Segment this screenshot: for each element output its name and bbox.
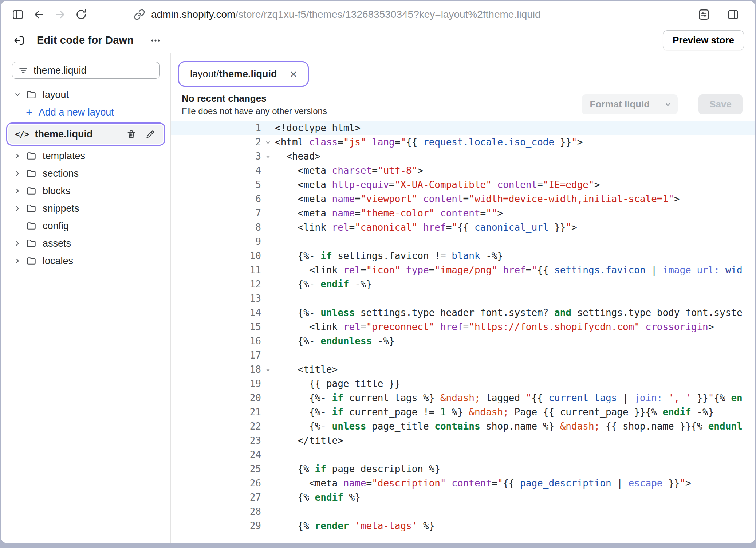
more-actions-icon[interactable] — [148, 35, 163, 46]
code-line[interactable]: 18 <title> — [171, 363, 755, 377]
code-line[interactable]: 23 </title> — [171, 434, 755, 448]
line-number[interactable]: 23 — [171, 434, 261, 448]
line-number[interactable]: 16 — [171, 334, 261, 348]
fold-toggle-icon[interactable] — [261, 363, 275, 377]
code-line[interactable]: 28 — [171, 505, 755, 519]
code-line[interactable]: 7 <meta name="theme-color" content=""> — [171, 206, 755, 220]
exit-icon[interactable] — [12, 33, 27, 48]
line-number[interactable]: 3 — [171, 149, 261, 164]
line-number[interactable]: 10 — [171, 249, 261, 263]
code-line[interactable]: 29 {% render 'meta-tags' %} — [171, 519, 755, 531]
status-title: No recent changes — [182, 93, 327, 104]
code-line[interactable]: 2<html class="js" lang="{{ request.local… — [171, 135, 755, 149]
reload-icon[interactable] — [73, 7, 89, 23]
chevron-right-icon — [13, 169, 26, 177]
code-line[interactable]: 10 {%- if settings.favicon != blank -%} — [171, 249, 755, 263]
back-icon[interactable] — [31, 7, 47, 23]
line-number[interactable]: 19 — [171, 377, 261, 391]
code-line[interactable]: 17 — [171, 348, 755, 363]
browser-actions — [696, 7, 746, 23]
sidebar-action-add-a-new-layout[interactable]: +Add a new layout — [1, 103, 170, 121]
code-line[interactable]: 26 <meta name="description" content="{{ … — [171, 476, 755, 490]
sidebar-item-blocks[interactable]: blocks — [1, 182, 170, 200]
sidebar-item-assets[interactable]: assets — [1, 235, 170, 252]
sidebar-toggle-icon[interactable] — [10, 7, 26, 23]
line-number[interactable]: 7 — [171, 206, 261, 220]
fold-toggle-icon[interactable] — [261, 135, 275, 149]
line-number[interactable]: 12 — [171, 277, 261, 291]
line-number[interactable]: 1 — [171, 121, 261, 135]
site-controls-icon[interactable] — [696, 7, 712, 23]
sidebar-item-sections[interactable]: sections — [1, 165, 170, 182]
tab-close-icon[interactable]: × — [290, 68, 297, 80]
sidebar-item-config[interactable]: config — [1, 217, 170, 235]
sidebar-item-locales[interactable]: locales — [1, 252, 170, 270]
tab-theme-liquid[interactable]: layout/theme.liquid × — [181, 64, 306, 83]
code-line[interactable]: 20 {%- if current_tags %} &ndash; tagged… — [171, 391, 755, 405]
code-line[interactable]: 9 — [171, 235, 755, 249]
address-bar[interactable]: admin.shopify.com/store/rzq1xu-f5/themes… — [134, 9, 541, 20]
line-number[interactable]: 25 — [171, 462, 261, 476]
fold-toggle-icon[interactable] — [261, 149, 275, 164]
code-text: <link rel="canonical" href="{{ canonical… — [275, 220, 755, 235]
code-line[interactable]: 15 <link rel="preconnect" href="https://… — [171, 320, 755, 334]
forward-icon[interactable] — [52, 7, 68, 23]
line-number[interactable]: 15 — [171, 320, 261, 334]
code-line[interactable]: 21 {%- if current_page != 1 %} &ndash; P… — [171, 405, 755, 419]
split-view-icon[interactable] — [725, 7, 741, 23]
code-line[interactable]: 11 <link rel="icon" type="image/png" hre… — [171, 263, 755, 277]
save-button[interactable]: Save — [698, 94, 743, 114]
code-line[interactable]: 25 {% if page_description %} — [171, 462, 755, 476]
code-line[interactable]: 27 {% endif %} — [171, 490, 755, 505]
line-number[interactable]: 26 — [171, 476, 261, 490]
code-line[interactable]: 1<!doctype html> — [171, 121, 755, 135]
fold-gutter — [261, 377, 275, 391]
code-line[interactable]: 12 {%- endif -%} — [171, 277, 755, 291]
line-number[interactable]: 29 — [171, 519, 261, 531]
code-line[interactable]: 24 — [171, 448, 755, 462]
line-number[interactable]: 14 — [171, 306, 261, 320]
line-number[interactable]: 13 — [171, 291, 261, 306]
format-dropdown-icon[interactable] — [658, 94, 678, 114]
code-line[interactable]: 14 {%- unless settings.type_header_font.… — [171, 306, 755, 320]
line-number[interactable]: 21 — [171, 405, 261, 419]
line-number[interactable]: 18 — [171, 363, 261, 377]
code-editor[interactable]: 1<!doctype html>2<html class="js" lang="… — [171, 118, 755, 531]
sidebar-item-theme-liquid[interactable]: </>theme.liquid — [8, 125, 163, 144]
line-number[interactable]: 8 — [171, 220, 261, 235]
code-line[interactable]: 6 <meta name="viewport" content="width=d… — [171, 192, 755, 206]
code-line[interactable]: 19 {{ page_title }} — [171, 377, 755, 391]
code-text: <head> — [275, 149, 755, 164]
delete-icon[interactable] — [125, 128, 138, 141]
file-search-input[interactable] — [34, 65, 153, 76]
url-path: /store/rzq1xu-f5/themes/132683530345?key… — [235, 9, 540, 20]
line-number[interactable]: 4 — [171, 164, 261, 178]
code-line[interactable]: 16 {%- endunless -%} — [171, 334, 755, 348]
code-text: {%- unless settings.type_header_font.sys… — [275, 306, 755, 320]
line-number[interactable]: 9 — [171, 235, 261, 249]
code-line[interactable]: 13 — [171, 291, 755, 306]
file-search-box[interactable] — [12, 62, 160, 79]
sidebar-item-templates[interactable]: templates — [1, 147, 170, 165]
line-number[interactable]: 5 — [171, 178, 261, 192]
line-number[interactable]: 22 — [171, 419, 261, 434]
line-number[interactable]: 20 — [171, 391, 261, 405]
sidebar-item-layout[interactable]: layout — [1, 86, 170, 103]
sidebar-item-snippets[interactable]: snippets — [1, 200, 170, 217]
preview-store-button[interactable]: Preview store — [663, 30, 744, 50]
code-line[interactable]: 8 <link rel="canonical" href="{{ canonic… — [171, 220, 755, 235]
line-number[interactable]: 28 — [171, 505, 261, 519]
line-number[interactable]: 24 — [171, 448, 261, 462]
code-line[interactable]: 5 <meta http-equiv="X-UA-Compatible" con… — [171, 178, 755, 192]
format-liquid-button[interactable]: Format liquid — [582, 94, 678, 114]
fold-gutter — [261, 334, 275, 348]
line-number[interactable]: 27 — [171, 490, 261, 505]
code-line[interactable]: 4 <meta charset="utf-8"> — [171, 164, 755, 178]
line-number[interactable]: 11 — [171, 263, 261, 277]
line-number[interactable]: 17 — [171, 348, 261, 363]
code-line[interactable]: 22 {%- unless page_title contains shop.n… — [171, 419, 755, 434]
line-number[interactable]: 2 — [171, 135, 261, 149]
line-number[interactable]: 6 — [171, 192, 261, 206]
edit-icon[interactable] — [143, 128, 157, 141]
code-line[interactable]: 3 <head> — [171, 149, 755, 164]
